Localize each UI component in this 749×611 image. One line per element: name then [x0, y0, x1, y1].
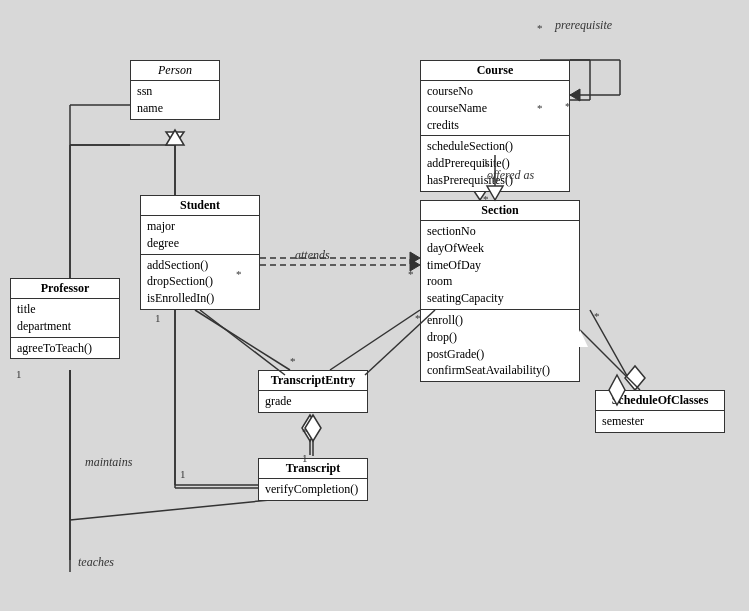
svg-marker-24	[166, 130, 184, 145]
section-method-confirm: confirmSeatAvailability()	[427, 362, 573, 379]
course-method-schedule: scheduleSection()	[427, 138, 563, 155]
section-method-enroll: enroll()	[427, 312, 573, 329]
student-attr-degree: degree	[147, 235, 253, 252]
section-class: Section sectionNo dayOfWeek timeOfDay ro…	[420, 200, 580, 382]
mult-te-star: *	[290, 355, 296, 367]
student-method-enrolled: isEnrolledIn()	[147, 290, 253, 307]
mult-student-1: 1	[155, 312, 161, 324]
schedule-attr-semester: semester	[602, 413, 718, 430]
transcript-header: Transcript	[259, 459, 367, 479]
section-attr-dow: dayOfWeek	[427, 240, 573, 257]
mult-prereq-star: *	[537, 22, 543, 34]
svg-marker-3	[166, 132, 184, 145]
mult-section-star: *	[408, 268, 414, 280]
section-methods: enroll() drop() postGrade() confirmSeatA…	[421, 310, 579, 381]
course-attributes: courseNo courseName credits	[421, 81, 569, 136]
svg-line-12	[195, 310, 290, 370]
mult-offered-1: 1	[483, 156, 489, 168]
section-attr-no: sectionNo	[427, 223, 573, 240]
course-attr-name: courseName	[427, 100, 563, 117]
transcript-entry-class: TranscriptEntry grade	[258, 370, 368, 413]
mult-student-1b: 1	[180, 468, 186, 480]
student-header: Student	[141, 196, 259, 216]
svg-line-17	[70, 500, 270, 520]
schedule-header: ScheduleOfClasses	[596, 391, 724, 411]
student-attr-major: major	[147, 218, 253, 235]
section-header: Section	[421, 201, 579, 221]
course-attr-credits: credits	[427, 117, 563, 134]
person-header: Person	[131, 61, 219, 81]
svg-line-13	[330, 310, 420, 370]
transcript-entry-header: TranscriptEntry	[259, 371, 367, 391]
course-attr-no: courseNo	[427, 83, 563, 100]
transcript-entry-attributes: grade	[259, 391, 367, 412]
mult-offered-star: *	[483, 193, 489, 205]
person-attr-ssn: ssn	[137, 83, 213, 100]
person-class: Person ssn name	[130, 60, 220, 120]
section-attributes: sectionNo dayOfWeek timeOfDay room seati…	[421, 221, 579, 310]
person-attr-name: name	[137, 100, 213, 117]
person-attributes: ssn name	[131, 81, 219, 119]
transcript-methods: verifyCompletion()	[259, 479, 367, 500]
schedule-class: ScheduleOfClasses semester	[595, 390, 725, 433]
transcript-entry-attr-grade: grade	[265, 393, 361, 410]
svg-line-19	[590, 310, 635, 390]
course-header: Course	[421, 61, 569, 81]
svg-marker-20	[625, 366, 645, 390]
professor-attr-dept: department	[17, 318, 113, 335]
maintains-label: maintains	[85, 455, 132, 470]
svg-line-36	[200, 310, 285, 375]
transcript-class: Transcript verifyCompletion()	[258, 458, 368, 501]
mult-transcript-star: *	[302, 426, 308, 438]
professor-method-agree: agreeToTeach()	[17, 340, 113, 357]
uml-diagram: Person ssn name Professor title departme…	[0, 0, 749, 611]
mult-section-star2: *	[415, 312, 421, 324]
mult-prof-1: 1	[16, 368, 22, 380]
professor-attributes: title department	[11, 299, 119, 338]
transcript-method-verify: verifyCompletion()	[265, 481, 361, 498]
offered-as-label: offered as	[487, 168, 534, 183]
student-class: Student major degree addSection() dropSe…	[140, 195, 260, 310]
professor-methods: agreeToTeach()	[11, 338, 119, 359]
section-method-postgrade: postGrade()	[427, 346, 573, 363]
svg-marker-35	[410, 252, 420, 264]
professor-class: Professor title department agreeToTeach(…	[10, 278, 120, 359]
section-method-drop: drop()	[427, 329, 573, 346]
mult-section-soc: *	[594, 310, 600, 322]
svg-marker-31	[570, 89, 580, 101]
prerequisite-label: prerequisite	[555, 18, 612, 33]
mult-prereq-star2: *	[537, 102, 543, 114]
teaches-label: teaches	[78, 555, 114, 570]
section-attr-capacity: seatingCapacity	[427, 290, 573, 307]
section-attr-tod: timeOfDay	[427, 257, 573, 274]
attends-label: attends	[295, 248, 330, 263]
mult-transcript-1: 1	[302, 452, 308, 464]
professor-header: Professor	[11, 279, 119, 299]
professor-attr-title: title	[17, 301, 113, 318]
section-attr-room: room	[427, 273, 573, 290]
student-methods: addSection() dropSection() isEnrolledIn(…	[141, 255, 259, 309]
schedule-attributes: semester	[596, 411, 724, 432]
mult-student-star: *	[236, 268, 242, 280]
mult-course-star: *	[565, 100, 571, 112]
student-attributes: major degree	[141, 216, 259, 255]
svg-line-42	[580, 330, 640, 390]
